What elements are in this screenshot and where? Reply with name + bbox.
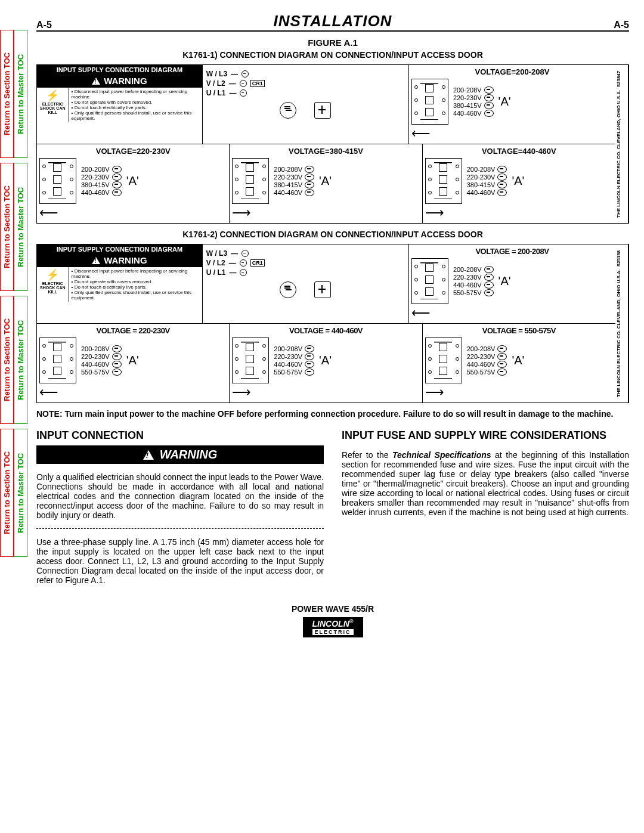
reconnect-panel-icon [39,337,76,383]
arrow-left-icon: ⟵ [411,305,613,321]
divider [36,528,324,529]
company-strip: THE LINCOLN ELECTRIC CO. CLEVELAND, OHIO… [615,244,628,402]
voltage-title: VOLTAGE=200-208V [411,67,613,76]
return-master-toc-4[interactable]: Return to Master TOC [14,429,27,557]
voltage-title: VOLTAGE=380-415V [232,147,419,156]
warning-banner: WARNING [36,445,324,464]
warning-bar: WARNING [37,254,202,267]
page-num-right: A-5 [614,20,629,30]
diagram-k1761-1: INPUT SUPPLY CONNECTION DIAGRAM WARNING … [36,64,629,224]
arrow-left-icon: ⟵ [411,126,613,141]
electric-shock-icon: ⚡ [38,268,67,281]
arrow-left-icon: ⟵ [39,205,227,221]
arrow-right-icon: ⟶ [232,385,419,400]
jumper-icon [484,86,494,94]
voltage-title: VOLTAGE=440-460V [425,147,613,156]
voltage-title: VOLTAGE = 200-208V [411,247,613,256]
lincoln-logo: LINCOLN® ELECTRIC [36,617,629,637]
return-section-toc-4[interactable]: Return to Section TOC [0,429,14,557]
side-navigation: Return to Section TOC Return to Master T… [0,0,27,643]
return-master-toc-3[interactable]: Return to Master TOC [14,296,27,424]
figure-title: FIGURE A.1 [36,38,629,48]
terminal-icon [240,89,247,97]
terminal-icon [242,70,249,78]
right-column: INPUT FUSE AND SUPPLY WIRE CONSIDERATION… [342,427,629,593]
fuse-heading: INPUT FUSE AND SUPPLY WIRE CONSIDERATION… [342,429,629,442]
reconnect-panel-icon [411,258,448,304]
company-strip: THE LINCOLN ELECTRIC CO. CLEVELAND, OHIO… [615,65,628,223]
warning-header: INPUT SUPPLY CONNECTION DIAGRAM [37,65,202,75]
diagram-k1761-2: INPUT SUPPLY CONNECTION DIAGRAM WARNING … [36,244,629,403]
voltage-title: VOLTAGE = 550-575V [425,326,613,335]
a-marker: 'A' [499,95,511,109]
shock-icon-box: ⚡ ELECTRIC SHOCK CAN KILL [37,88,69,122]
terminal-block: W / L3— V / L2—CR1 U / L1— [203,65,409,144]
page-content: A-5 INSTALLATION A-5 FIGURE A.1 K1761-1)… [27,0,644,643]
page-header: A-5 INSTALLATION A-5 [36,12,629,32]
jumper-icon [484,110,494,117]
figure-subtitle-2: K1761-2) CONNECTION DIAGRAM ON CONNECTIO… [36,230,629,239]
terminal-icon [240,80,247,87]
terminal-block: W / L3— V / L2—CR1 U / L1— [203,244,409,324]
paragraph: Only a qualified electrician should conn… [36,472,324,520]
paragraph: Use a three-phase supply line. A 1.75 in… [36,537,324,585]
ground-icon [280,102,296,119]
shock-icon-box: ⚡ ELECTRIC SHOCK CAN KILL [37,267,69,302]
warning-triangle-icon [92,78,100,85]
reconnect-panel-icon [411,79,448,125]
paragraph: Refer to the Technical Specifications at… [342,450,629,517]
return-master-toc-2[interactable]: Return to Master TOC [14,163,27,291]
left-column: INPUT CONNECTION WARNING Only a qualifie… [36,427,324,593]
return-section-toc-1[interactable]: Return to Section TOC [0,30,14,158]
arrow-left-icon: ⟵ [39,385,227,400]
note-text: NOTE: Turn main input power to the machi… [36,409,629,419]
arrow-right-icon: ⟶ [425,205,613,221]
ground-icon [280,281,296,298]
voltage-title: VOLTAGE = 440-460V [232,326,419,335]
return-section-toc-3[interactable]: Return to Section TOC [0,296,14,424]
reconnect-panel-icon [425,158,462,204]
ground-screw-icon [314,102,331,119]
page-num-left: A-5 [36,20,52,30]
return-section-toc-2[interactable]: Return to Section TOC [0,163,14,291]
jumper-icon [484,94,494,101]
warning-bar: WARNING [37,75,202,87]
arrow-right-icon: ⟶ [232,205,419,221]
reconnect-panel-icon [425,337,462,383]
warning-list: Disconnect input power before inspecting… [69,267,202,302]
reconnect-panel-icon [39,158,76,204]
input-connection-heading: INPUT CONNECTION [36,429,324,442]
figure-subtitle-1: K1761-1) CONNECTION DIAGRAM ON CONNECTIO… [36,50,629,60]
ground-screw-icon [314,281,331,298]
arrow-right-icon: ⟶ [425,385,613,400]
return-master-toc-1[interactable]: Return to Master TOC [14,30,27,158]
warning-triangle-icon [92,257,100,264]
warning-header: INPUT SUPPLY CONNECTION DIAGRAM [37,244,202,254]
cr1-label: CR1 [250,80,265,87]
warning-list: Disconnect input power before inspecting… [69,88,202,122]
jumper-icon [484,102,494,109]
reconnect-panel-icon [232,337,269,383]
footer-model: POWER WAVE 455/R [36,604,629,614]
voltage-title: VOLTAGE=220-230V [39,147,227,156]
warning-triangle-icon [143,450,154,460]
page-title: INSTALLATION [274,12,392,30]
reconnect-panel-icon [232,158,269,204]
electric-shock-icon: ⚡ [38,89,67,102]
voltage-title: VOLTAGE = 220-230V [39,326,227,335]
